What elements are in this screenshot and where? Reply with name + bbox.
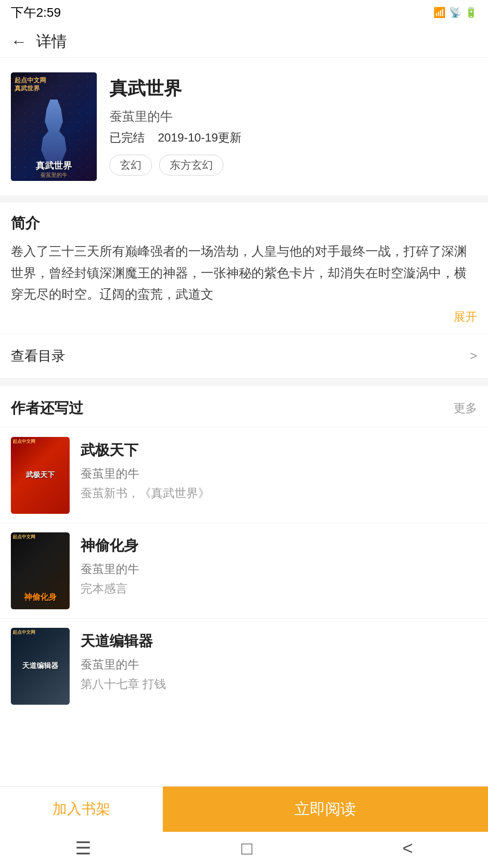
list-book-title-2: 神偷化身	[81, 536, 477, 556]
book-completed-status: 已完结	[109, 131, 145, 144]
list-item[interactable]: 起点中文网 神偷化身 神偷化身 蚕茧里的牛 完本感言	[0, 523, 488, 618]
book-header: 起点中文网真武世界 真武世界 蚕茧里的牛 真武世界 蚕茧里的牛 已完结 2019…	[0, 58, 488, 195]
list-item[interactable]: 起点中文网 天道编辑器 天道编辑器 蚕茧里的牛 第八十七章 打钱	[0, 618, 488, 714]
bottom-nav: ☰ □ <	[0, 832, 488, 868]
catalog-row[interactable]: 查看目录 >	[0, 334, 488, 379]
more-button[interactable]: 更多	[454, 400, 477, 416]
expand-button-container: 展开	[11, 309, 477, 325]
cover-badge: 起点中文网真武世界	[14, 76, 46, 92]
home-icon[interactable]: □	[242, 838, 252, 859]
list-info-1: 武极天下 蚕茧里的牛 蚕茧新书，《真武世界》	[81, 437, 477, 501]
add-shelf-button[interactable]: 加入书架	[0, 787, 163, 832]
book-title: 真武世界	[109, 76, 477, 101]
also-wrote-title: 作者还写过	[11, 398, 83, 418]
divider-1	[0, 195, 488, 203]
divider-2	[0, 379, 488, 386]
list-info-3: 天道编辑器 蚕茧里的牛 第八十七章 打钱	[81, 628, 477, 692]
book-tags: 玄幻 东方玄幻	[109, 155, 477, 175]
content-area: 起点中文网真武世界 真武世界 蚕茧里的牛 真武世界 蚕茧里的牛 已完结 2019…	[0, 58, 488, 795]
list-cover-3: 起点中文网 天道编辑器	[11, 628, 70, 705]
expand-button[interactable]: 展开	[454, 310, 477, 323]
book-update-date: 2019-10-19更新	[158, 131, 242, 144]
list-author-3: 蚕茧里的牛	[81, 657, 477, 673]
desc-text: 卷入了三十三天所有巅峰强者的一场浩劫，人皇与他的对手最终一战，打碎了深渊世界，曾…	[11, 241, 477, 305]
tag-dongfang[interactable]: 东方玄幻	[159, 155, 223, 175]
back-nav-icon[interactable]: <	[403, 838, 413, 859]
list-book-title-3: 天道编辑器	[81, 631, 477, 651]
desc-title: 简介	[11, 213, 477, 233]
book-info: 真武世界 蚕茧里的牛 已完结 2019-10-19更新 玄幻 东方玄幻	[109, 72, 477, 181]
list-author-1: 蚕茧里的牛	[81, 466, 477, 482]
list-cover-2: 起点中文网 神偷化身	[11, 532, 70, 609]
cover-bg-2: 起点中文网 神偷化身	[11, 532, 70, 609]
status-icons: 📶 📡 🔋	[433, 7, 477, 19]
wifi-icon: 📡	[449, 7, 461, 19]
list-desc-3: 第八十七章 打钱	[81, 676, 477, 692]
back-button[interactable]: ←	[11, 32, 27, 51]
list-info-2: 神偷化身 蚕茧里的牛 完本感言	[81, 532, 477, 597]
list-cover-1: 起点中文网 武极天下	[11, 437, 70, 514]
tag-xuanhuan[interactable]: 玄幻	[109, 155, 152, 175]
status-bar: 下午2:59 📶 📡 🔋	[0, 0, 488, 25]
book-cover: 起点中文网真武世界 真武世界 蚕茧里的牛	[11, 72, 97, 181]
status-time: 下午2:59	[11, 4, 61, 21]
list-item[interactable]: 起点中文网 武极天下 武极天下 蚕茧里的牛 蚕茧新书，《真武世界》	[0, 427, 488, 523]
cover-image: 起点中文网真武世界 真武世界 蚕茧里的牛	[11, 72, 97, 181]
signal-icon: 📶	[433, 7, 445, 19]
cover-bg-3: 起点中文网 天道编辑器	[11, 628, 70, 705]
list-desc-1: 蚕茧新书，《真武世界》	[81, 485, 477, 501]
cover-title-text: 真武世界	[11, 160, 97, 172]
menu-icon[interactable]: ☰	[75, 838, 91, 859]
also-wrote-header: 作者还写过 更多	[0, 386, 488, 427]
nav-bar: ← 详情	[0, 25, 488, 58]
list-desc-2: 完本感言	[81, 581, 477, 597]
battery-icon: 🔋	[465, 7, 477, 19]
book-author: 蚕茧里的牛	[109, 108, 477, 125]
cover-author-text: 蚕茧里的牛	[11, 171, 97, 179]
bottom-bar: 加入书架 立即阅读 ☰ □ <	[0, 786, 488, 868]
page-title: 详情	[36, 31, 67, 52]
list-book-title-1: 武极天下	[81, 441, 477, 460]
book-status: 已完结 2019-10-19更新	[109, 130, 477, 146]
catalog-arrow-icon: >	[470, 349, 477, 363]
cover-bg-1: 起点中文网 武极天下	[11, 437, 70, 514]
description-section: 简介 卷入了三十三天所有巅峰强者的一场浩劫，人皇与他的对手最终一战，打碎了深渊世…	[0, 203, 488, 334]
catalog-label: 查看目录	[11, 347, 65, 365]
bottom-actions: 加入书架 立即阅读	[0, 787, 488, 832]
list-author-2: 蚕茧里的牛	[81, 561, 477, 577]
read-now-button[interactable]: 立即阅读	[163, 787, 488, 832]
